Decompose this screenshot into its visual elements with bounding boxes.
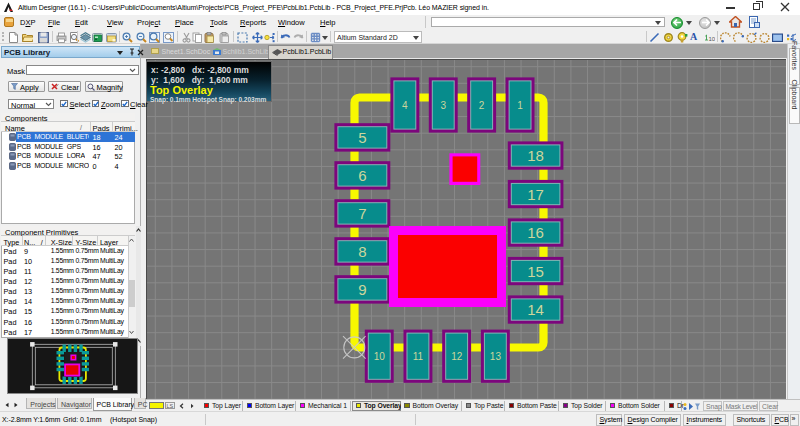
svg-text:9: 9 <box>358 281 366 298</box>
svg-text:4: 4 <box>402 100 408 111</box>
svg-text:3: 3 <box>440 100 446 111</box>
svg-text:10: 10 <box>374 351 386 362</box>
svg-text:16: 16 <box>527 224 544 241</box>
svg-text:14: 14 <box>527 301 544 318</box>
svg-text:2: 2 <box>479 100 485 111</box>
svg-text:10: 10 <box>709 36 716 42</box>
svg-text:13: 13 <box>490 351 502 362</box>
svg-text:11: 11 <box>413 351 424 362</box>
svg-text:6: 6 <box>358 167 366 184</box>
svg-text:5: 5 <box>358 129 366 146</box>
svg-text:8: 8 <box>358 243 366 260</box>
svg-text:12: 12 <box>451 351 463 362</box>
svg-text:17: 17 <box>527 186 544 203</box>
svg-text:7: 7 <box>358 205 366 222</box>
svg-text:15: 15 <box>527 263 544 280</box>
svg-text:1: 1 <box>517 100 523 111</box>
svg-text:18: 18 <box>527 147 544 164</box>
